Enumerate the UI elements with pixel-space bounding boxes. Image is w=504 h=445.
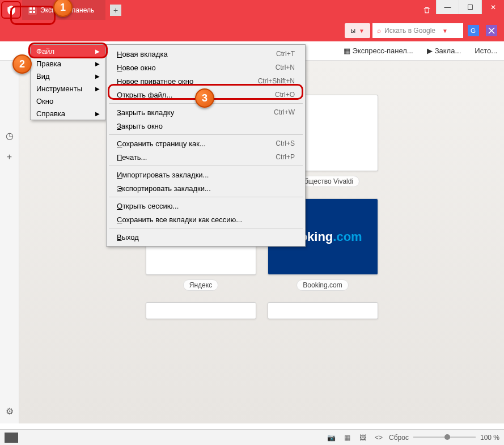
search-icon: ⌕ xyxy=(377,27,381,35)
svg-rect-3 xyxy=(33,11,35,13)
vivaldi-menu-button[interactable] xyxy=(1,1,21,19)
extension-icon[interactable] xyxy=(484,23,499,39)
search-placeholder: Искать в Google xyxy=(384,27,435,35)
chevron-right-icon: ▶ xyxy=(95,61,100,67)
menu-separator xyxy=(109,166,303,166)
menu-help[interactable]: Справка▶ xyxy=(31,107,105,120)
minimize-button[interactable]: — xyxy=(436,0,459,14)
panel-sidebar: ◷ + ⚙ xyxy=(0,61,19,423)
vivaldi-icon xyxy=(6,5,17,16)
annotation-badge-3: 3 xyxy=(195,88,214,108)
trash-icon[interactable] xyxy=(418,0,436,20)
menu-separator xyxy=(109,134,303,135)
zoom-reset[interactable]: Сброс xyxy=(389,434,409,442)
chevron-right-icon: ▶ xyxy=(95,86,100,92)
menu-view[interactable]: Вид▶ xyxy=(31,70,105,82)
tile-label: Booking.com xyxy=(297,279,348,291)
menu-separator xyxy=(109,228,303,228)
bookmark-item[interactable]: ▶Закла... xyxy=(427,46,461,55)
chevron-right-icon: ▶ xyxy=(95,48,100,54)
svg-text:G: G xyxy=(471,27,476,34)
tile-empty[interactable] xyxy=(146,302,256,319)
new-tab-button[interactable]: + xyxy=(110,5,121,16)
search-input[interactable]: ⌕ Искать в Google ▼ xyxy=(372,23,463,38)
chevron-right-icon: ▶ xyxy=(95,111,100,117)
toolbar: ы ▼ ⌕ Искать в Google ▼ G xyxy=(0,20,504,41)
close-button[interactable]: ✕ xyxy=(481,0,504,14)
main-menu: Файл▶ Правка▶ Вид▶ Инструменты▶ Окно Спр… xyxy=(30,44,106,120)
bookmark-item[interactable]: ▦Экспресс-панел... xyxy=(344,46,413,55)
menu-edit[interactable]: Правка▶ xyxy=(31,57,105,70)
history-icon[interactable]: ◷ xyxy=(3,129,16,142)
window-controls: — ☐ ✕ xyxy=(436,0,504,20)
submenu-item[interactable]: Печать...Ctrl+P xyxy=(107,150,305,164)
submenu-item[interactable]: Новая вкладкаCtrl+T xyxy=(107,47,305,61)
bookmark-item[interactable]: Исто... xyxy=(475,46,497,55)
chevron-icon[interactable]: <> xyxy=(373,434,384,442)
speed-dial-icon xyxy=(28,6,37,15)
statusbar: 📷 ▦ 🖼 <> Сброс 100 % xyxy=(0,429,504,445)
submenu-item[interactable]: Выход xyxy=(107,230,305,244)
tile-label: Яндекс xyxy=(183,279,218,291)
menu-window[interactable]: Окно xyxy=(31,95,105,107)
submenu-item[interactable]: Сохранить все вкладки как сессию... xyxy=(107,213,305,226)
submenu-item[interactable]: Закрыть окно xyxy=(107,119,305,133)
titlebar: Экспресс-панель + — ☐ ✕ xyxy=(0,0,504,20)
panel-toggle-icon[interactable] xyxy=(5,433,18,443)
submenu-item[interactable]: Импортировать закладки... xyxy=(107,168,305,181)
chevron-down-icon: ▼ xyxy=(442,28,448,34)
address-fragment[interactable]: ы ▼ xyxy=(345,23,370,38)
menu-file[interactable]: Файл▶ xyxy=(31,45,105,57)
chevron-right-icon: ▶ xyxy=(95,73,100,79)
image-icon[interactable]: 🖼 xyxy=(357,434,369,442)
translate-icon[interactable]: G xyxy=(465,23,481,39)
zoom-value: 100 % xyxy=(480,434,499,442)
tile-view-icon[interactable]: ▦ xyxy=(341,434,353,442)
menu-separator xyxy=(109,197,303,197)
submenu-item[interactable]: Новое приватное окноCtrl+Shift+N xyxy=(107,74,305,88)
svg-rect-1 xyxy=(33,7,35,10)
maximize-button[interactable]: ☐ xyxy=(459,0,481,14)
annotation-badge-2: 2 xyxy=(12,54,32,74)
submenu-item[interactable]: Открыть сессию... xyxy=(107,199,305,213)
tile-empty[interactable] xyxy=(268,302,378,319)
zoom-slider[interactable] xyxy=(413,436,476,438)
chevron-down-icon: ▼ xyxy=(359,28,365,34)
add-panel-button[interactable]: + xyxy=(3,150,16,164)
svg-rect-2 xyxy=(29,11,32,13)
submenu-item[interactable]: Новое окноCtrl+N xyxy=(107,61,305,74)
svg-rect-0 xyxy=(29,7,32,10)
settings-icon[interactable]: ⚙ xyxy=(3,404,16,418)
submenu-item[interactable]: Экспортировать закладки... xyxy=(107,181,305,195)
submenu-item[interactable]: Сохранить страницу как...Ctrl+S xyxy=(107,137,305,150)
file-submenu: Новая вкладкаCtrl+TНовое окноCtrl+NНовое… xyxy=(106,44,306,247)
menu-tools[interactable]: Инструменты▶ xyxy=(31,82,105,95)
camera-icon[interactable]: 📷 xyxy=(325,434,337,442)
